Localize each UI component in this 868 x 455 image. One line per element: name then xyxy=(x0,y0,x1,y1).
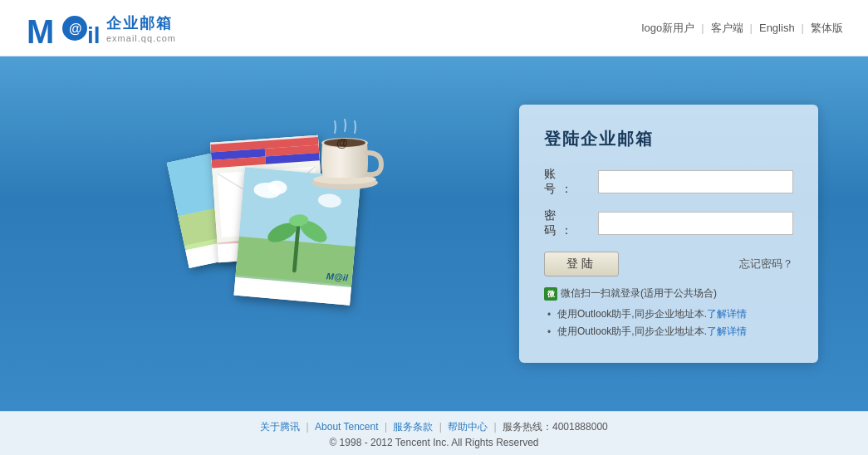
footer-sep-4: | xyxy=(494,421,497,433)
coffee-svg: @ xyxy=(310,118,385,193)
footer-about-tencent-en[interactable]: About Tencent xyxy=(315,421,379,433)
svg-text:@: @ xyxy=(69,22,82,36)
weixin-row: 微 微信扫一扫就登录(适用于公共场合) xyxy=(544,286,793,301)
bullet-1: • xyxy=(544,309,554,320)
photo-stack: M@il xyxy=(169,126,401,342)
footer-sep-2: | xyxy=(385,421,387,433)
footer-sep-3: | xyxy=(439,421,442,433)
password-row: 密 码： xyxy=(544,208,793,238)
photo3-logo: M@il xyxy=(326,271,348,282)
footer-hotline: 服务热线：4001888000 xyxy=(503,421,608,433)
outlook1-link[interactable]: 了解详情 xyxy=(707,307,747,321)
footer: 关于腾讯 | About Tencent | 服务条款 | 帮助中心 | 服务热… xyxy=(0,411,868,455)
nav-new-user[interactable]: logo新用户 xyxy=(642,21,695,36)
outlook1-prefix: 使用Outlook助手,同步企业地址本. xyxy=(557,307,707,321)
footer-about-tencent-cn[interactable]: 关于腾讯 xyxy=(260,421,300,433)
account-label: 账 号： xyxy=(544,167,598,197)
main-area: M@il xyxy=(0,56,868,411)
nav-sep-1: | xyxy=(701,22,704,34)
logo-domain-text: exmail.qq.com xyxy=(106,33,176,43)
logo-enterprise-text: 企业邮箱 xyxy=(106,13,176,33)
login-title: 登陆企业邮箱 xyxy=(544,128,793,150)
account-input[interactable] xyxy=(598,170,793,193)
outlook-row-1: • 使用Outlook助手,同步企业地址本. 了解详情 xyxy=(544,307,793,321)
nav-english[interactable]: English xyxy=(759,22,795,34)
svg-text:il: il xyxy=(87,22,100,48)
outlook-links: • 使用Outlook助手,同步企业地址本. 了解详情 • 使用Outlook助… xyxy=(544,307,793,339)
logo-area: M @ il 企业邮箱 exmail.qq.com xyxy=(25,8,176,48)
footer-sep-1: | xyxy=(306,421,309,433)
coffee-cup: @ xyxy=(310,118,385,193)
svg-text:M: M xyxy=(27,13,54,48)
forgot-password-link[interactable]: 忘记密码？ xyxy=(739,257,793,272)
nav-sep-3: | xyxy=(802,22,804,34)
password-label: 密 码： xyxy=(544,208,598,238)
footer-help[interactable]: 帮助中心 xyxy=(448,421,488,433)
btn-row: 登陆 忘记密码？ xyxy=(544,252,793,276)
header: M @ il 企业邮箱 exmail.qq.com logo新用户 | 客户端 … xyxy=(0,0,868,56)
nav-links: logo新用户 | 客户端 | English | 繁体版 xyxy=(642,21,843,36)
login-button[interactable]: 登陆 xyxy=(544,252,619,276)
nav-sep-2: | xyxy=(750,22,753,34)
logo-subtitle: 企业邮箱 exmail.qq.com xyxy=(106,13,176,43)
footer-links: 关于腾讯 | About Tencent | 服务条款 | 帮助中心 | 服务热… xyxy=(0,420,868,434)
outlook2-prefix: 使用Outlook助手,同步企业地址本. xyxy=(557,325,707,339)
nav-traditional[interactable]: 繁体版 xyxy=(811,21,843,36)
bullet-2: • xyxy=(544,326,554,338)
outlook2-link[interactable]: 了解详情 xyxy=(707,325,747,339)
password-input[interactable] xyxy=(598,212,793,235)
login-box: 登陆企业邮箱 账 号： 密 码： 登陆 忘记密码？ 微 微信扫一扫就登录(适用于… xyxy=(519,105,818,363)
weixin-text: 微信扫一扫就登录(适用于公共场合) xyxy=(561,286,717,301)
illustration: M@il xyxy=(50,101,519,367)
footer-terms[interactable]: 服务条款 xyxy=(393,421,433,433)
nav-client[interactable]: 客户端 xyxy=(711,21,743,36)
svg-text:@: @ xyxy=(336,136,348,149)
outlook-row-2: • 使用Outlook助手,同步企业地址本. 了解详情 xyxy=(544,325,793,339)
logo-icon: M @ il xyxy=(25,8,100,48)
weixin-icon: 微 xyxy=(544,287,557,301)
account-row: 账 号： xyxy=(544,167,793,197)
footer-copyright: © 1998 - 2012 Tencent Inc. All Rights Re… xyxy=(0,437,868,448)
